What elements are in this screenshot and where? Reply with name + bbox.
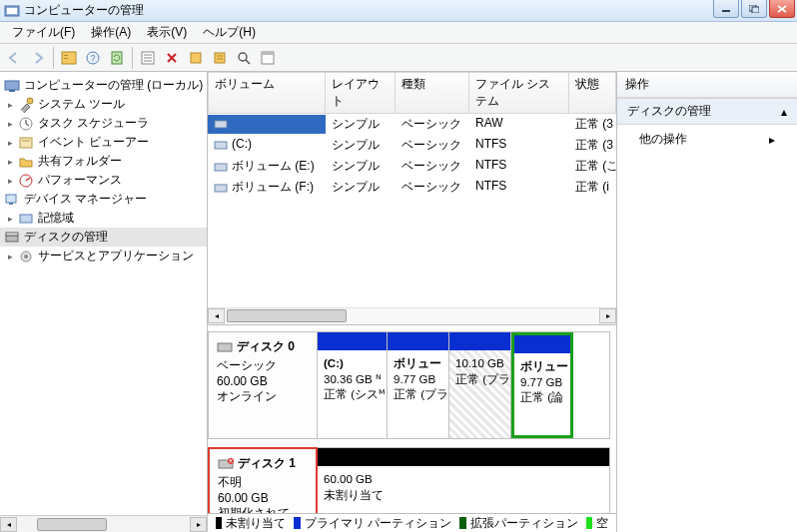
cell-status: 正常 (こ [569,157,616,176]
disk0-partition[interactable]: ボリュー9.77 GB正常 (論 [511,332,573,438]
tree-root[interactable]: コンピューターの管理 (ローカル) [0,76,207,95]
svg-point-29 [27,98,33,104]
back-icon [3,47,25,69]
cell-fs: NTFS [469,178,569,197]
legend-swatch-free [586,517,592,529]
col-fs[interactable]: ファイル システム [469,72,569,114]
disk-row-0[interactable]: ディスク 0 ベーシック 60.00 GB オンライン (C:)30.36 GB… [208,331,610,439]
tree-system-tools[interactable]: ▸ システム ツール [0,95,207,114]
minimize-button[interactable] [713,0,739,18]
volume-row[interactable]: シンプルベーシックRAW正常 (3 [208,114,616,135]
menu-help[interactable]: ヘルプ(H) [195,22,264,43]
window-title: コンピューターの管理 [24,2,144,19]
expander-icon[interactable]: ▸ [4,251,16,263]
scroll-thumb[interactable] [37,518,107,531]
tree-root-label: コンピューターの管理 (ローカル) [24,77,203,94]
volume-hscrollbar[interactable]: ◂ ▸ [208,307,616,324]
expander-icon[interactable]: ▸ [4,99,16,111]
tree-event-viewer[interactable]: ▸ イベント ビューアー [0,133,207,152]
find-icon[interactable] [233,47,255,69]
col-volume[interactable]: ボリューム [208,72,326,114]
svg-rect-37 [6,195,16,203]
expander-icon[interactable]: ▸ [4,175,16,187]
expander-icon[interactable]: ▸ [4,118,16,130]
cell-volume: ボリューム (F:) [208,178,326,197]
computer-icon [4,78,20,94]
part-size: 10.10 GB [455,356,504,372]
menu-action[interactable]: 操作(A) [83,22,139,43]
settings-icon[interactable] [209,47,231,69]
list-icon[interactable] [257,47,279,69]
scroll-right-icon[interactable]: ▸ [190,517,207,532]
col-layout[interactable]: レイアウト [326,72,396,114]
action-icon[interactable] [185,47,207,69]
volume-row[interactable]: ボリューム (E:)シンプルベーシックNTFS正常 (こ [208,156,616,177]
scroll-left-icon[interactable]: ◂ [0,517,17,532]
disk-row-1[interactable]: ディスク 1 不明 60.00 GB 初期化されて... 60.00 GB 未割… [208,447,610,513]
volume-list: ボリューム レイアウト 種類 ファイル システム 状態 シンプルベーシックRAW… [208,72,616,325]
properties-icon[interactable] [137,47,159,69]
tree-performance[interactable]: ▸ パフォーマンス [0,171,207,190]
expander-icon[interactable]: ▸ [4,213,16,225]
legend-free: 空 [596,515,608,532]
tree-device-manager[interactable]: デバイス マネージャー [0,190,207,209]
tree-task-scheduler[interactable]: ▸ タスク スケジューラ [0,114,207,133]
help-icon[interactable]: ? [82,47,104,69]
tree-shared-folders[interactable]: ▸ 共有フォルダー [0,152,207,171]
device-icon [4,192,20,208]
col-type[interactable]: 種類 [396,72,469,114]
disk0-partition[interactable]: ボリュー9.77 GB正常 (プラ [388,332,449,438]
collapse-icon: ▴ [781,105,787,119]
event-icon [18,135,34,151]
toolbar: ? [0,44,797,72]
col-status[interactable]: 状態 [569,72,616,114]
menubar: ファイル(F) 操作(A) 表示(V) ヘルプ(H) [0,22,797,44]
cell-layout: シンプル [326,178,396,197]
storage-icon [18,211,34,227]
tree-storage[interactable]: ▸ 記憶域 [0,209,207,228]
drive-icon [214,182,228,194]
svg-rect-39 [20,215,32,223]
app-icon [4,3,20,19]
legend-row: 未割り当て プライマリ パーティション 拡張パーティション 空 [208,513,616,532]
disk0-title: ディスク 0 [237,338,295,355]
cell-type: ベーシック [396,157,469,176]
tree-disk-management[interactable]: ディスクの管理 [0,228,207,247]
expander-icon[interactable]: ▸ [4,156,16,168]
delete-icon[interactable] [161,47,183,69]
disk1-unallocated[interactable]: 60.00 GB 未割り当て [318,448,609,513]
menu-file[interactable]: ファイル(F) [4,22,83,43]
disk-graphical-area: ディスク 0 ベーシック 60.00 GB オンライン (C:)30.36 GB… [208,325,616,513]
scroll-left-icon[interactable]: ◂ [208,308,225,323]
disk0-partition[interactable]: 10.10 GB正常 (プラ [449,332,511,438]
disk1-info: ディスク 1 不明 60.00 GB 初期化されて... [208,447,318,513]
center-pane: ボリューム レイアウト 種類 ファイル システム 状態 シンプルベーシックRAW… [208,72,617,532]
disk-icon [217,341,233,353]
maximize-button[interactable] [741,0,767,18]
disk1-part-status: 未割り当て [324,488,603,504]
cell-volume [208,115,326,134]
actions-disk-mgmt[interactable]: ディスクの管理 ▴ [617,98,797,125]
disk0-parts: (C:)30.36 GB ᴺ正常 (シスᴹボリュー9.77 GB正常 (プラ10… [318,331,610,439]
close-button[interactable] [769,0,795,18]
volume-row[interactable]: ボリューム (F:)シンプルベーシックNTFS正常 (i [208,177,616,198]
expander-icon[interactable]: ▸ [4,137,16,149]
tree-services[interactable]: ▸ サービスとアプリケーション [0,247,207,266]
disk0-partition[interactable]: (C:)30.36 GB ᴺ正常 (シスᴹ [318,332,388,438]
actions-other[interactable]: 他の操作 ▸ [617,125,797,154]
tree-label: イベント ビューアー [38,134,149,151]
menu-view[interactable]: 表示(V) [139,22,195,43]
tree-label: パフォーマンス [38,172,122,189]
tree-hscrollbar[interactable]: ◂ ▸ [0,515,207,532]
cell-fs: NTFS [469,136,569,155]
svg-text:?: ? [90,53,95,63]
svg-rect-4 [752,7,759,13]
show-hide-tree-icon[interactable] [58,47,80,69]
refresh-icon[interactable] [106,47,128,69]
volume-row[interactable]: (C:)シンプルベーシックNTFS正常 (3 [208,135,616,156]
disk1-state: 初期化されて... [218,505,308,513]
scroll-thumb[interactable] [227,309,347,322]
cell-layout: シンプル [326,157,396,176]
scroll-right-icon[interactable]: ▸ [599,308,616,323]
svg-rect-28 [9,90,15,92]
